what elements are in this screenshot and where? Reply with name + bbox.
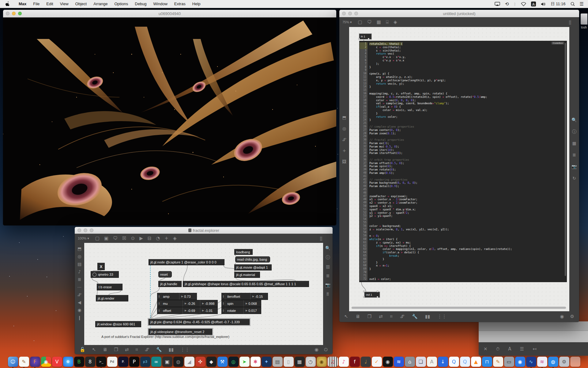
list-icon[interactable]: ≣ xyxy=(326,274,330,278)
dock-garageband[interactable]: ♩ xyxy=(361,357,371,367)
dock-appcleaner[interactable]: A xyxy=(427,357,437,367)
zoom-button[interactable] xyxy=(18,12,22,15)
dock-watch-app[interactable]: ◷ xyxy=(306,357,316,367)
object-t[interactable]: t b erase xyxy=(97,284,123,290)
code-window-titlebar[interactable]: untitled (unlocked) xyxy=(339,10,579,17)
dock-finder[interactable]: ☺ xyxy=(8,357,18,367)
dock-switch-app[interactable]: ▯ xyxy=(284,357,294,367)
flip-icon[interactable]: ⇄ xyxy=(379,314,383,319)
codebox-icon[interactable]: ⌸ xyxy=(386,20,389,25)
object-jit.gl.videoplane[interactable]: jit.gl.videoplane @transform_reset 2 xyxy=(149,329,212,335)
attrui-iteroffset[interactable]: ▲▼iteroffset▶-0.15 xyxy=(221,293,268,300)
object-jit.gl.pix[interactable]: jit.gl.pix @amp 0.634 @mu -0.45 -0.925 @… xyxy=(149,319,250,325)
filters-icon[interactable]: 🎚 xyxy=(326,292,330,296)
dock-vlc[interactable]: ▲ xyxy=(471,357,481,367)
dock-vinyl-app[interactable]: ◉ xyxy=(383,357,393,367)
object-loadbang[interactable]: loadbang xyxy=(234,249,253,255)
dock-script-b-app[interactable]: B xyxy=(74,357,84,367)
message-read[interactable]: read chilis.jpg, bang xyxy=(235,256,270,263)
dock-quicktime[interactable]: Q xyxy=(449,357,459,367)
clip-icon[interactable]: 🖇 xyxy=(342,137,346,142)
attrui-offset[interactable]: ▲▼offset▶-0.69▶-1.01 xyxy=(157,307,218,314)
menu-extras[interactable]: Extras xyxy=(171,0,189,8)
lessons-icon[interactable]: ▤ xyxy=(77,262,81,266)
dock-orb-app[interactable]: ◍ xyxy=(173,357,183,367)
attrui-amp[interactable]: ▲▼amp▶0.73 xyxy=(157,293,197,300)
stepper-icon[interactable]: ▲▼ xyxy=(222,307,225,314)
grid-toggle-icon[interactable]: ⣿ xyxy=(568,20,572,24)
minimize-button[interactable] xyxy=(84,228,87,232)
object-jit.gl.handle[interactable]: jit.gl.handle xyxy=(158,281,182,287)
grid-toggle-icon[interactable]: ⣿ xyxy=(319,236,323,240)
layers-icon[interactable]: ❐ xyxy=(114,347,118,352)
dock-scanner-app[interactable]: ▭ xyxy=(504,357,514,367)
dots-icon[interactable]: ⋮⋮ xyxy=(180,347,190,352)
dock-check-app[interactable]: ✓ xyxy=(372,357,382,367)
attrui-mu[interactable]: ▲▼mu▶-0.26▶-0.998 xyxy=(157,300,218,307)
dock-unity[interactable]: ◆ xyxy=(206,357,217,367)
codebox-object[interactable]: CodeBox 1rotate2d(v, theta) {2 c = cos(t… xyxy=(359,41,567,282)
menu-debug[interactable]: Debug xyxy=(131,0,150,8)
attrui-value[interactable]: ▶-1.01 xyxy=(200,307,217,314)
gear-icon[interactable]: ⚙ xyxy=(570,314,574,319)
record-icon[interactable]: ◉ xyxy=(77,308,81,312)
attrui-value[interactable]: ▶-0.26 xyxy=(183,300,200,307)
run-icon[interactable]: ◉ xyxy=(315,347,318,352)
dock-eight-app[interactable]: 8 xyxy=(85,357,95,367)
attrui-value[interactable]: ▶-0.998 xyxy=(200,300,217,307)
menu-max[interactable]: Max xyxy=(15,0,30,8)
in-object[interactable]: in 1 xyxy=(359,34,371,39)
codebox-scrollbar[interactable] xyxy=(565,43,566,276)
gridlines-icon[interactable]: ⌗ xyxy=(390,314,393,319)
number-box-icon[interactable]: ⊙ xyxy=(131,236,135,241)
message-reset[interactable]: reset xyxy=(158,271,172,278)
playbar-icon[interactable]: ▶ xyxy=(139,236,143,241)
dock-processing3[interactable]: p3 xyxy=(140,357,150,367)
clip-icon[interactable]: 🖇 xyxy=(77,293,82,297)
dock-radar-app[interactable]: ◎ xyxy=(228,357,239,367)
dock-downloader[interactable]: ↓ xyxy=(438,357,448,367)
time-machine-icon[interactable]: ⟲ xyxy=(505,1,509,7)
wrench-icon[interactable]: 🔧 xyxy=(156,347,162,352)
canvas-hscrollbar[interactable] xyxy=(352,307,566,309)
dock-mosaic-app[interactable]: ▦ xyxy=(295,357,305,367)
menu-help[interactable]: Help xyxy=(189,0,204,8)
audio-icon[interactable]: ♪ xyxy=(78,270,81,274)
object-jit.gl.node[interactable]: jit.gl.node @capture 1 @erase_color 0 0 … xyxy=(149,259,224,265)
code-canvas[interactable]: in 1 CodeBox 1rotate2d(v, theta) {2 c = … xyxy=(349,27,569,311)
dock-cube-tool[interactable]: ▣ xyxy=(162,357,172,367)
wifi-icon[interactable] xyxy=(521,2,526,6)
airplay-icon[interactable] xyxy=(495,2,500,6)
dock-wedge-app[interactable]: ◢ xyxy=(184,357,194,367)
clock-icon[interactable]: ⏱ xyxy=(496,347,500,351)
gridlines-icon[interactable]: ⌗ xyxy=(135,347,138,352)
macintosh-hd-label[interactable]: tosh xyxy=(581,26,587,29)
zoom-level[interactable]: 75% ▾ xyxy=(342,20,352,24)
camera-icon[interactable]: 📷 xyxy=(325,283,330,287)
stepper-icon[interactable]: ▲▼ xyxy=(222,300,225,307)
search-icon[interactable]: 🔍 xyxy=(325,246,330,250)
stepper-icon[interactable]: ▲▼ xyxy=(157,293,161,300)
dock-safari[interactable]: ✵ xyxy=(63,357,73,367)
dock-keynote[interactable]: ⊓ xyxy=(482,357,492,367)
dots-icon[interactable]: ⋮⋮ xyxy=(437,314,447,319)
dock-p5[interactable]: P. xyxy=(118,357,128,367)
dock-system-preferences[interactable]: ⚙ xyxy=(559,357,569,367)
zoom-level[interactable]: 100% ▾ xyxy=(78,236,89,240)
attrui-rotate[interactable]: ▲▼rotate▶0.017 xyxy=(221,307,261,314)
dock-camera-app[interactable]: ◉ xyxy=(515,357,525,367)
input-source-icon[interactable]: あ xyxy=(531,2,536,6)
menu-arrange[interactable]: Arrange xyxy=(90,0,111,8)
dock-intel-graph[interactable]: ∿ xyxy=(526,357,536,367)
menu-view[interactable]: View xyxy=(57,0,72,8)
grid-icon[interactable]: ▦ xyxy=(572,141,576,145)
dock-arduino[interactable]: ∞ xyxy=(151,357,161,367)
grid-icon[interactable]: ⋯ xyxy=(77,285,82,289)
flip-icon[interactable]: ⇄ xyxy=(125,347,129,352)
menu-clock[interactable]: 日 11:16 xyxy=(551,1,565,7)
target-icon[interactable]: ◎ xyxy=(342,126,346,131)
info-icon[interactable]: ⓘ xyxy=(326,255,330,259)
pointer-icon[interactable]: ↖ xyxy=(344,314,348,319)
zoom-button[interactable] xyxy=(354,12,358,15)
minimize-button[interactable] xyxy=(12,12,16,15)
